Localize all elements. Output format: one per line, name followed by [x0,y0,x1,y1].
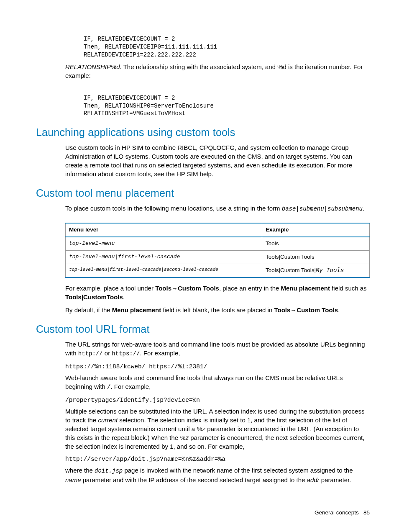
text-run: current [98,416,118,424]
para-url-absolute: The URL strings for web-aware tools and … [65,340,370,358]
text-run: page is invoked with the network name of… [123,467,353,474]
text-run: Tools [155,285,171,292]
heading-menu-placement: Custom tool menu placement [36,186,370,200]
text-run: %z [180,434,189,441]
code-inline: https:// [112,350,140,357]
text-run: field such as [330,285,367,292]
text-run: name [65,476,81,483]
code-block-2: IF, RELATEDDEVICECOUNT = 2 Then, RELATIO… [84,94,370,118]
cell-example: Tools [262,237,369,250]
table-row: top-level-menuTools [66,237,370,250]
para-example-place: For example, place a tool under Tools→Cu… [65,284,370,301]
code-url-example-3: http://server/app/doit.jsp?name=%n%z&add… [65,455,370,463]
page-footer: General concepts 85 [315,509,370,517]
para-launching: Use custom tools in HP SIM to combine RI… [65,143,370,178]
text-run: Tools [274,306,290,314]
text-run: . [123,293,125,301]
text-run: Tools|CustomTools [65,293,123,301]
para-menu-placement: To place custom tools in the following m… [65,204,370,213]
text-run: Custom Tools [297,306,338,314]
relationship-desc: RELATIONSHIP%d. The relationship string … [65,62,370,80]
text-run: For example, place a tool under [65,285,155,292]
code-inline: http:// [78,350,103,357]
table-row: top-level-menu|first-level-cascadeTools|… [66,250,370,264]
text-run: Menu placement [281,285,330,292]
text-run: → [171,285,178,292]
cell-example: Tools|Custom Tools [262,250,369,264]
page-number: 85 [363,509,370,516]
text-run: where the [65,467,95,474]
footer-section: General concepts [315,509,359,516]
text: . [363,205,364,212]
table-row: top-level-menu|first-level-cascade|secon… [66,264,370,278]
cell-menu-level: top-level-menu|first-level-cascade|secon… [66,264,262,278]
code-block-1: IF, RELATEDDEVICECOUNT = 2 Then, RELATED… [84,35,370,59]
text: . For example, [140,350,180,357]
text-run: By default, if the [65,306,112,314]
code-url-example-1: https://%n:1188/kcweb/ https://%l:2381/ [65,362,370,371]
text-run: parameter. [320,476,351,483]
para-multi-select: Multiple selections can be substituted i… [65,407,370,451]
menu-level-table: Menu level Example top-level-menuToolsto… [65,223,370,278]
col-example: Example [262,223,369,237]
text-run: Custom Tools [178,285,219,292]
text: . For example, [110,383,151,390]
heading-launching: Launching applications using custom tool… [36,125,370,140]
text: To place custom tools in the following m… [65,205,282,212]
text-run: field is left blank, the tools are place… [161,306,274,314]
term: RELATIONSHIP%d [65,63,120,70]
col-menu-level: Menu level [66,223,262,237]
table-header-row: Menu level Example [66,223,370,237]
text-run: . [338,306,340,314]
text-run: addr [307,476,320,483]
code-url-example-2: /propertypages/Identify.jsp?device=%n [65,396,370,404]
cell-menu-level: top-level-menu|first-level-cascade [66,250,262,264]
heading-url-format: Custom tool URL format [36,322,370,337]
text: or [103,350,112,357]
text-run: parameter and with the IP address of the… [81,476,307,483]
text-run: → [290,306,297,314]
text-run: Menu placement [112,306,161,314]
code-inline: base|submenu|subsubmenu [282,206,363,212]
cell-example: Tools|Custom Tools|My Tools [262,264,369,278]
para-url-relative: Web-launch aware tools and command line … [65,373,370,392]
cell-menu-level: top-level-menu [66,237,262,250]
text-run: doit.jsp [95,468,123,474]
para-default-place: By default, if the Menu placement field … [65,306,370,314]
text-run: %z [197,425,205,432]
para-doit-desc: where the doit.jsp page is invoked with … [65,466,370,484]
text-run: , place an entry in the [219,285,281,292]
